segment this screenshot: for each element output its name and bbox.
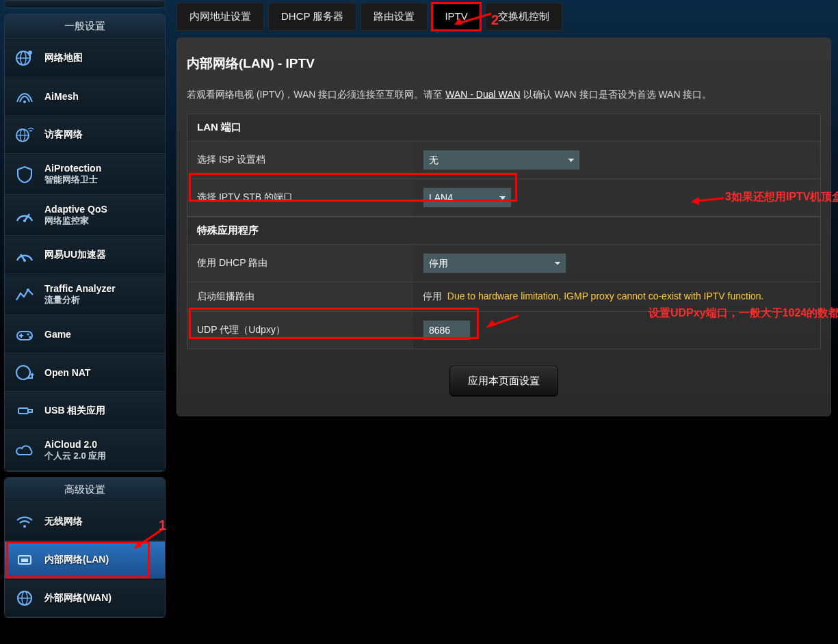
sidebar-item-label: Open NAT [44, 367, 90, 378]
svg-rect-20 [18, 408, 28, 414]
sidebar-item-sublabel: 个人云 2.0 应用 [44, 450, 106, 462]
top-toolbar [4, 0, 166, 8]
sidebar-item-label: AiProtection [44, 163, 101, 174]
svg-point-22 [23, 525, 26, 528]
sidebar-item-label: Traffic Analyzer [44, 283, 116, 294]
igmp-status: 停用 [423, 291, 442, 301]
sidebar-item-adaptive-qos[interactable]: Adaptive QoS 网络监控家 [5, 195, 165, 236]
page-title: 内部网络(LAN) - IPTV [187, 55, 821, 72]
gauge-icon [13, 205, 36, 226]
sidebar-item-label: 网络地图 [44, 52, 83, 64]
dhcp-route-select[interactable]: 停用 [423, 253, 566, 273]
shield-icon [13, 164, 36, 185]
row-label: 选择 ISP 设置档 [187, 142, 413, 179]
svg-point-16 [27, 333, 29, 335]
svg-point-12 [27, 289, 29, 291]
sidebar-item-label: AiMesh [44, 91, 79, 102]
sidebar-item-label: 无线网络 [44, 515, 83, 528]
section-header: 特殊应用程序 [187, 217, 820, 245]
gamepad-icon [13, 324, 36, 345]
apply-button[interactable]: 应用本页面设置 [449, 366, 558, 397]
settings-panel: 内部网络(LAN) - IPTV 若观看网络电视 (IPTV)，WAN 接口必须… [176, 38, 831, 416]
page-description: 若观看网络电视 (IPTV)，WAN 接口必须连接至互联网。请至 WAN - D… [187, 89, 821, 101]
sidebar-item-aimesh[interactable]: AiMesh [5, 77, 165, 116]
sidebar-item-label: AiCloud 2.0 [44, 439, 97, 450]
sidebar-item-label: 内部网络(LAN) [44, 554, 109, 566]
sidebar-item-label: Game [44, 329, 71, 340]
isp-profile-select[interactable]: 无 [423, 150, 580, 170]
tab-lan-ip[interactable]: 内网地址设置 [176, 3, 264, 31]
tab-switch-ctrl[interactable]: 交换机控制 [485, 3, 562, 31]
svg-rect-21 [28, 410, 32, 412]
row-label: 使用 DHCP 路由 [187, 245, 413, 282]
globe-pin-icon [13, 48, 36, 68]
sidebar-item-usb-apps[interactable]: USB 相关应用 [5, 392, 165, 430]
row-label: UDP 代理（Udpxy） [187, 312, 413, 349]
tab-route[interactable]: 路由设置 [361, 3, 428, 31]
wifi-icon [13, 511, 36, 532]
sidebar-item-wan[interactable]: 外部网络(WAN) [5, 579, 165, 617]
wan-dual-wan-link[interactable]: WAN - Dual WAN [445, 89, 520, 100]
svg-point-9 [23, 219, 26, 222]
sidebar-item-lan[interactable]: 内部网络(LAN) [5, 541, 165, 579]
sidebar-item-open-nat[interactable]: Open NAT [5, 353, 165, 392]
sidebar-item-wireless[interactable]: 无线网络 [5, 502, 165, 541]
row-label: 选择 IPTV STB 的端口 [187, 179, 413, 217]
tab-label: 内网地址设置 [189, 10, 251, 22]
row-igmp: 启动组播路由 停用 Due to hardware limitation, IG… [187, 282, 820, 312]
sidebar-item-traffic-analyzer[interactable]: Traffic Analyzer 流量分析 [5, 274, 165, 315]
tab-dhcp-server[interactable]: DHCP 服务器 [268, 3, 356, 31]
graph-icon [13, 284, 36, 305]
desc-text: 若观看网络电视 (IPTV)，WAN 接口必须连接至互联网。请至 [187, 89, 445, 100]
igmp-warning: Due to hardware limitation, IGMP proxy c… [447, 291, 764, 301]
nat-icon [13, 362, 36, 383]
svg-point-11 [23, 259, 26, 262]
section-special-apps: 特殊应用程序 使用 DHCP 路由 停用 启动组播路由 停用 [187, 217, 821, 349]
section-lan-port: LAN 端口 选择 ISP 设置档 无 选择 IPTV STB 的端口 [187, 113, 821, 217]
row-iptv-stb-port: 选择 IPTV STB 的端口 LAN4 [187, 179, 820, 217]
row-isp-profile: 选择 ISP 设置档 无 [187, 142, 820, 179]
tab-label: IPTV [445, 10, 467, 22]
globe-wifi-icon [13, 124, 36, 145]
sidebar-advanced-group: 高级设置 无线网络 内部网络(LAN) 外部网络(WAN) [4, 477, 166, 618]
wan-icon [13, 588, 36, 608]
iptv-stb-port-select[interactable]: LAN4 [423, 187, 512, 208]
row-udpxy: UDP 代理（Udpxy） [187, 312, 820, 349]
tab-iptv[interactable]: IPTV [432, 3, 480, 31]
desc-text: 以确认 WAN 接口是否设为首选 WAN 接口。 [523, 89, 712, 100]
tab-label: DHCP 服务器 [281, 10, 343, 22]
svg-point-17 [29, 336, 31, 338]
sidebar-item-guest-network[interactable]: 访客网络 [5, 116, 165, 154]
sidebar: 一般设置 网络地图 AiMesh 访客网络 [0, 0, 170, 623]
sidebar-item-label: Adaptive QoS [44, 204, 107, 215]
sidebar-general-group: 一般设置 网络地图 AiMesh 访客网络 [4, 14, 166, 472]
sidebar-item-sublabel: 流量分析 [44, 294, 116, 306]
lan-icon [13, 550, 36, 570]
udpxy-port-input[interactable] [423, 320, 471, 340]
speed-icon [13, 245, 36, 265]
sidebar-advanced-header: 高级设置 [5, 478, 165, 502]
usb-icon [13, 401, 36, 421]
section-header: LAN 端口 [187, 114, 820, 142]
sidebar-item-game[interactable]: Game [5, 315, 165, 353]
row-label: 启动组播路由 [187, 282, 413, 312]
mesh-icon [13, 86, 36, 107]
sidebar-item-aicloud[interactable]: AiCloud 2.0 个人云 2.0 应用 [5, 430, 165, 471]
sidebar-item-label: 外部网络(WAN) [44, 592, 112, 604]
sidebar-item-label: USB 相关应用 [44, 405, 105, 417]
sidebar-item-label: 网易UU加速器 [44, 249, 106, 261]
svg-point-4 [23, 100, 26, 103]
sidebar-item-network-map[interactable]: 网络地图 [5, 39, 165, 77]
sidebar-general-header: 一般设置 [5, 14, 165, 39]
tab-label: 路由设置 [374, 10, 415, 22]
svg-point-3 [28, 51, 32, 55]
sidebar-item-label: 访客网络 [44, 129, 83, 141]
sidebar-item-uu-accelerator[interactable]: 网易UU加速器 [5, 236, 165, 274]
sidebar-item-sublabel: 智能网络卫士 [44, 174, 101, 186]
main-content: 内网地址设置 DHCP 服务器 路由设置 IPTV 交换机控制 2 内部网络(L… [170, 0, 838, 623]
cloud-icon [13, 440, 36, 461]
tab-label: 交换机控制 [498, 10, 549, 22]
svg-rect-24 [21, 559, 28, 562]
row-dhcp-route: 使用 DHCP 路由 停用 [187, 245, 820, 282]
sidebar-item-aiprotection[interactable]: AiProtection 智能网络卫士 [5, 154, 165, 195]
